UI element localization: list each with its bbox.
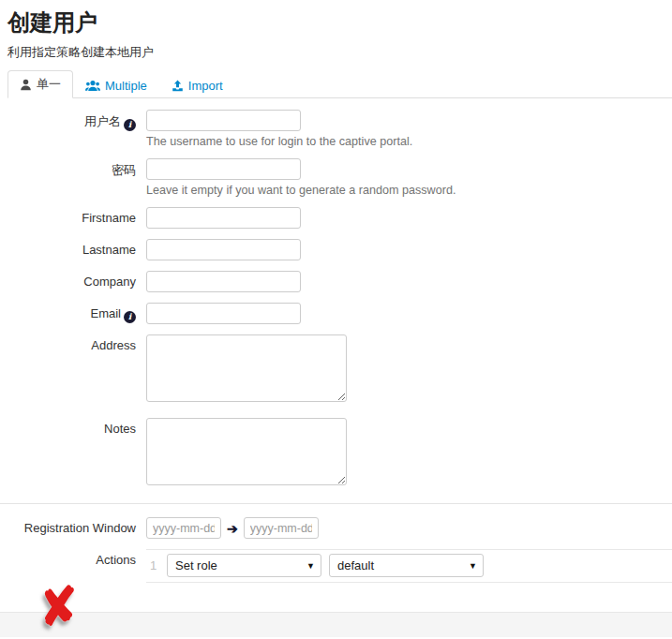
username-help: The username to use for login to the cap… [146,135,672,148]
action-value-select[interactable]: default ▼ [329,554,484,577]
notes-label: Notes [7,418,136,436]
info-circle-icon: i [124,119,136,131]
notes-row: Notes [7,418,672,488]
action-type-value: Set role [175,558,217,572]
firstname-input[interactable] [146,207,301,229]
tab-single-label: 单一 [37,76,61,93]
address-label: Address [7,334,136,352]
arrow-right-icon: ➔ [227,522,238,535]
action-type-select[interactable]: Set role ▼ [167,554,321,577]
caret-down-icon: ▼ [306,561,315,571]
password-label: 密码 [7,158,136,179]
username-input[interactable] [146,110,301,131]
registration-end-input[interactable] [244,517,319,539]
page-title: 创建用户 [7,7,672,37]
create-user-form: 用户名i The username to use for login to th… [7,110,672,637]
password-row: 密码 Leave it empty if you want to generat… [7,158,672,197]
email-input[interactable] [146,303,301,324]
username-label: 用户名i [7,110,136,131]
address-textarea[interactable] [146,334,347,402]
form-actions-bar [0,612,672,637]
firstname-row: Firstname [7,207,672,229]
section-divider [0,503,672,504]
company-row: Company [7,271,672,292]
registration-start-input[interactable] [146,517,221,539]
company-label: Company [7,271,136,289]
create-user-page: 创建用户 利用指定策略创建本地用户 单一 Multiple Import 用户名… [0,0,672,637]
tab-single[interactable]: 单一 [7,70,73,98]
caret-down-icon: ▼ [469,561,477,571]
email-row: Emaili [7,303,672,324]
action-item-row: 1 Set role ▼ default ▼ [146,549,672,583]
registration-window-row: Registration Window ➔ [7,517,672,539]
lastname-row: Lastname [7,239,672,260]
notes-textarea[interactable] [146,418,347,485]
tab-multiple[interactable]: Multiple [73,73,159,98]
firstname-label: Firstname [7,207,136,225]
address-row: Address [7,334,672,405]
user-icon [20,79,32,91]
page-subtitle: 利用指定策略创建本地用户 [7,44,672,61]
username-row: 用户名i The username to use for login to th… [7,110,672,148]
users-icon [85,80,100,92]
tab-import-label: Import [188,79,223,93]
upload-icon [172,80,184,92]
action-row-number: 1 [150,558,157,572]
action-value-value: default [337,558,374,572]
actions-label: Actions [7,549,136,567]
company-input[interactable] [146,271,301,292]
email-label: Emaili [7,303,136,323]
info-circle-icon: i [124,311,136,323]
lastname-label: Lastname [7,239,136,257]
registration-window-label: Registration Window [7,517,136,535]
password-help: Leave it empty if you want to generate a… [146,184,672,197]
actions-row: Actions 1 Set role ▼ default ▼ [7,549,672,583]
lastname-input[interactable] [146,239,301,260]
tab-import[interactable]: Import [159,73,235,98]
tab-bar: 单一 Multiple Import [7,70,672,98]
tab-multiple-label: Multiple [105,79,147,93]
password-input[interactable] [146,158,301,180]
